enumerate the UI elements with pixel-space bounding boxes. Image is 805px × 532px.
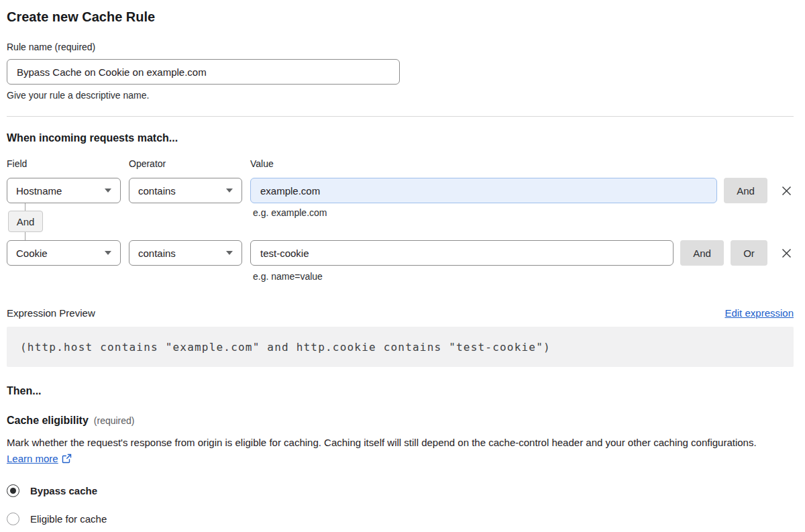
value-input[interactable] bbox=[250, 178, 717, 203]
and-button[interactable]: And bbox=[724, 178, 767, 203]
value-input[interactable] bbox=[250, 240, 674, 266]
condition-column-labels: Field Operator Value bbox=[7, 158, 794, 169]
radio-unselected-icon[interactable] bbox=[7, 513, 19, 525]
edit-expression-link[interactable]: Edit expression bbox=[724, 307, 794, 319]
remove-condition-button[interactable] bbox=[779, 183, 794, 198]
bypass-cache-option[interactable]: Bypass cache bbox=[7, 484, 794, 497]
page-title: Create new Cache Rule bbox=[7, 8, 794, 25]
operator-dropdown[interactable]: contains bbox=[129, 178, 242, 203]
learn-more-link[interactable]: Learn more bbox=[7, 453, 58, 464]
field-dropdown[interactable]: Cookie bbox=[7, 240, 121, 266]
field-dropdown[interactable]: Hostname bbox=[7, 178, 121, 203]
chevron-down-icon bbox=[226, 251, 233, 255]
field-column-label: Field bbox=[7, 158, 129, 169]
field-dropdown-value: Hostname bbox=[16, 185, 62, 197]
expression-code: (http.host contains "example.com" and ht… bbox=[20, 341, 551, 354]
section-divider bbox=[7, 116, 794, 117]
external-link-icon bbox=[62, 452, 72, 468]
value-column-label: Value bbox=[250, 158, 274, 169]
cache-eligibility-description: Mark whether the request's response from… bbox=[7, 435, 785, 468]
cache-eligibility-heading: Cache eligibility (required) bbox=[7, 415, 794, 427]
expression-preview-box: (http.host contains "example.com" and ht… bbox=[7, 327, 794, 367]
expression-preview-label: Expression Preview bbox=[7, 307, 95, 319]
value-hint: e.g. example.com bbox=[253, 207, 327, 218]
eligible-for-cache-option[interactable]: Eligible for cache bbox=[7, 513, 794, 525]
condition-row: Hostname contains And bbox=[7, 178, 794, 203]
operator-dropdown-value: contains bbox=[138, 185, 176, 197]
chevron-down-icon bbox=[226, 189, 233, 193]
operator-dropdown-value: contains bbox=[138, 248, 176, 259]
condition-row: Cookie contains And Or bbox=[7, 240, 794, 266]
value-hint: e.g. name=value bbox=[253, 271, 794, 282]
connector-and-button[interactable]: And bbox=[8, 211, 43, 232]
expression-preview-header: Expression Preview Edit expression bbox=[7, 307, 794, 319]
chevron-down-icon bbox=[105, 251, 111, 255]
or-button[interactable]: Or bbox=[731, 240, 767, 266]
eligible-for-cache-label: Eligible for cache bbox=[30, 513, 107, 525]
description-text: Mark whether the request's response from… bbox=[7, 437, 757, 448]
x-icon bbox=[780, 247, 793, 260]
remove-condition-button[interactable] bbox=[779, 246, 794, 260]
and-button[interactable]: And bbox=[680, 240, 724, 266]
chevron-down-icon bbox=[105, 189, 111, 193]
condition-connector-zone: And e.g. example.com bbox=[7, 203, 794, 240]
required-note: (required) bbox=[94, 415, 135, 426]
then-heading: Then... bbox=[7, 385, 794, 397]
rule-name-label: Rule name (required) bbox=[7, 42, 794, 52]
operator-dropdown[interactable]: contains bbox=[129, 240, 242, 266]
match-section-heading: When incoming requests match... bbox=[7, 132, 794, 144]
field-dropdown-value: Cookie bbox=[16, 248, 48, 259]
radio-selected-icon[interactable] bbox=[7, 484, 19, 497]
cache-eligibility-label: Cache eligibility bbox=[7, 415, 89, 427]
rule-name-input[interactable] bbox=[7, 59, 400, 85]
bypass-cache-label: Bypass cache bbox=[30, 485, 97, 496]
x-icon bbox=[780, 184, 793, 197]
rule-name-helper: Give your rule a descriptive name. bbox=[7, 90, 794, 101]
create-cache-rule-page: Create new Cache Rule Rule name (require… bbox=[0, 0, 805, 525]
operator-column-label: Operator bbox=[129, 158, 250, 169]
